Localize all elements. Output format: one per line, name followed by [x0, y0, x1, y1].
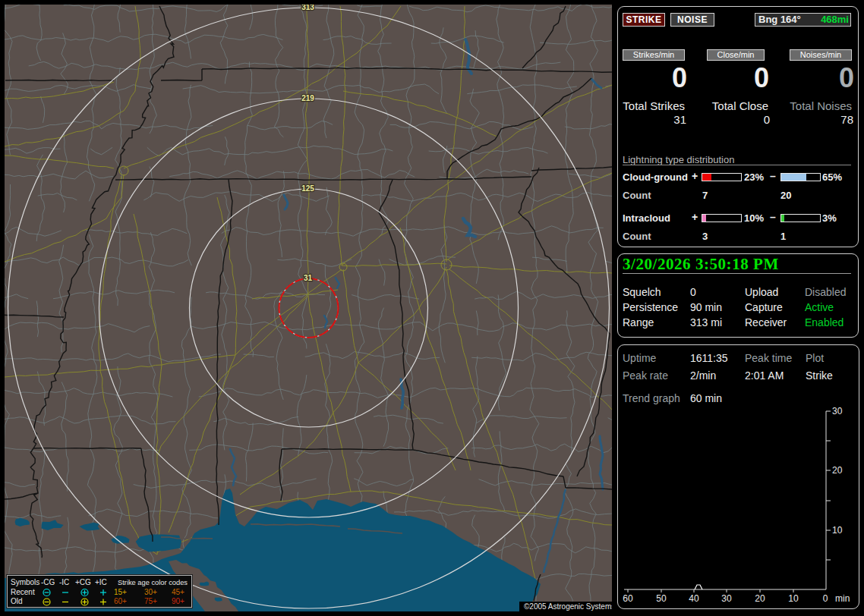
svg-text:20: 20	[755, 593, 765, 604]
svg-text:0: 0	[823, 593, 828, 604]
svg-text:10: 10	[788, 593, 799, 604]
svg-text:30: 30	[721, 593, 732, 604]
svg-text:10: 10	[832, 525, 843, 536]
svg-text:31: 31	[304, 274, 313, 282]
svg-text:40: 40	[689, 593, 699, 604]
svg-text:219: 219	[301, 94, 314, 102]
svg-text:20: 20	[832, 465, 843, 476]
svg-text:313: 313	[301, 5, 314, 11]
svg-text:min: min	[835, 593, 850, 604]
svg-text:50: 50	[656, 593, 667, 604]
svg-text:60: 60	[623, 593, 633, 604]
svg-text:125: 125	[301, 184, 314, 193]
svg-text:©2005 Astrogenic Systems: ©2005 Astrogenic Systems	[524, 602, 612, 611]
svg-text:30: 30	[832, 406, 843, 416]
